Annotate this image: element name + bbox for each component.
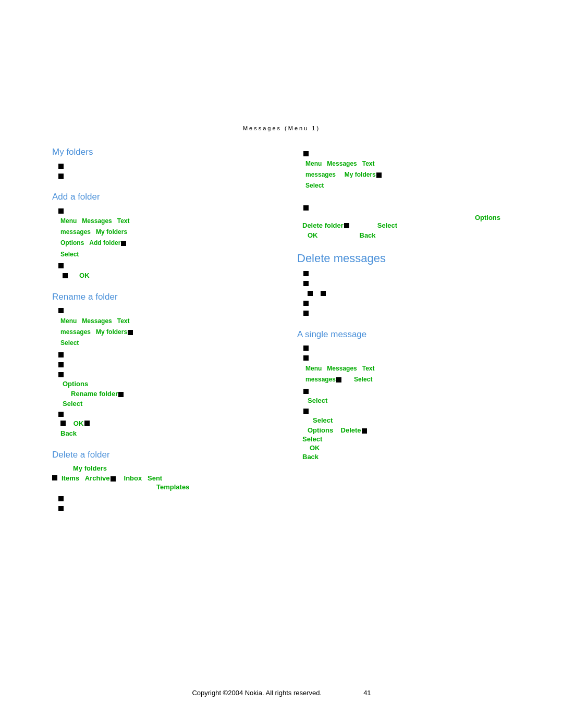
menu-kw: Menu bbox=[60, 217, 77, 225]
my-folders-section: My folders bbox=[52, 147, 266, 179]
add-folder-section: Add a folder Menu Messages Text messages… bbox=[52, 192, 266, 279]
single-message-heading: A single message bbox=[297, 329, 511, 340]
ok-back-right: OK Back bbox=[308, 231, 511, 239]
bullet-end2 bbox=[58, 504, 266, 512]
sm-options-delete: Options Delete bbox=[308, 426, 511, 434]
delete-folder-right-section: Options Delete folder Select OK Back bbox=[297, 204, 511, 239]
options-right: Options bbox=[297, 214, 511, 221]
header-title: Messages (Menu 1) bbox=[0, 125, 563, 131]
addfolder-kw: Add folder bbox=[89, 239, 120, 246]
bullet-3 bbox=[58, 206, 266, 214]
bullet-4 bbox=[58, 262, 266, 269]
mf-right-nav: Menu Messages Text messages My folders S… bbox=[305, 159, 511, 191]
rename-select-line: Select bbox=[63, 400, 266, 408]
bullet-2 bbox=[58, 171, 266, 179]
add-folder-nav: Menu Messages Text messages My folders O… bbox=[60, 216, 266, 260]
text-kw: Text bbox=[117, 217, 130, 225]
bullet-6 bbox=[58, 306, 266, 314]
my-folders-right-section: Menu Messages Text messages My folders S… bbox=[297, 149, 511, 191]
footer: Copyright ©2004 Nokia. All rights reserv… bbox=[0, 689, 563, 697]
myfolders-kw: My folders bbox=[96, 228, 127, 236]
bullet-5 bbox=[63, 273, 68, 278]
rename-nav-line1: Menu Messages Text bbox=[60, 316, 266, 326]
add-folder-heading: Add a folder bbox=[52, 192, 266, 202]
options-block: Options bbox=[63, 380, 266, 388]
bullet-9 bbox=[58, 370, 266, 378]
bullet-dm4 bbox=[303, 309, 511, 317]
bullet-sm2 bbox=[303, 354, 511, 362]
ok-block: OK bbox=[63, 272, 266, 279]
sm-select2-row: Select bbox=[313, 416, 511, 424]
delete-messages-heading: Delete messages bbox=[297, 252, 511, 265]
ok-back-row: OK bbox=[60, 419, 266, 427]
templates-line: Templates bbox=[156, 483, 266, 491]
delete-select-row: Delete folder Select bbox=[302, 221, 511, 229]
bullet-r1 bbox=[303, 149, 511, 157]
bullet-dm1 bbox=[303, 269, 511, 277]
rename-folder-section: Rename a folder Menu Messages Text messa… bbox=[52, 292, 266, 438]
ok-kw: OK bbox=[79, 272, 90, 279]
sm-nav: Menu Messages Text messages Select bbox=[305, 364, 511, 385]
folders-row: My folders bbox=[52, 464, 266, 472]
bullet-7 bbox=[58, 350, 266, 358]
rename-nav-line2: messages My folders bbox=[60, 327, 266, 337]
sm-ok: OK bbox=[310, 444, 511, 452]
items-row: Items Archive Inbox Sent bbox=[52, 474, 266, 482]
left-column: My folders Add a folder Menu Messages Te… bbox=[52, 147, 266, 524]
bullet-dm2 bbox=[303, 279, 511, 287]
rename-folder-heading: Rename a folder bbox=[52, 292, 266, 302]
single-message-section: A single message Menu Messages Text mess… bbox=[297, 329, 511, 461]
delete-folder-heading: Delete a folder bbox=[52, 450, 266, 460]
bullet-dm3 bbox=[303, 299, 511, 307]
page-number: 41 bbox=[363, 689, 371, 697]
rename-folder-line: Rename folder bbox=[71, 390, 266, 398]
add-folder-nav-line3: Options Add folder bbox=[60, 238, 266, 248]
messages2-kw: messages bbox=[60, 228, 91, 236]
rename-nav: Menu Messages Text messages My folders S… bbox=[60, 316, 266, 349]
copyright: Copyright ©2004 Nokia. All rights reserv… bbox=[192, 689, 322, 697]
right-column: Menu Messages Text messages My folders S… bbox=[297, 147, 511, 524]
sm-back: Back bbox=[302, 453, 511, 461]
bullet-11 bbox=[60, 421, 66, 426]
sm-select3: Select bbox=[302, 435, 511, 443]
bullet-10 bbox=[58, 410, 266, 417]
bullet-dm-pair bbox=[308, 289, 511, 297]
sm-select1: Select bbox=[308, 397, 511, 404]
add-folder-nav-line: Menu Messages Text bbox=[60, 216, 266, 226]
bullet-sm4 bbox=[303, 406, 511, 414]
bullet-sm1 bbox=[303, 344, 511, 352]
messages-kw: Messages bbox=[82, 217, 112, 225]
bullet-r2 bbox=[303, 204, 511, 212]
back-line: Back bbox=[60, 429, 266, 437]
add-folder-nav-line2: messages My folders bbox=[60, 227, 266, 237]
bullet-8 bbox=[58, 360, 266, 368]
bullet-end bbox=[58, 494, 266, 502]
bullet-1 bbox=[58, 162, 266, 169]
add-folder-select: Select bbox=[60, 250, 266, 260]
content-area: My folders Add a folder Menu Messages Te… bbox=[0, 147, 563, 524]
my-folders-heading: My folders bbox=[52, 147, 266, 157]
page-container: Messages (Menu 1) My folders Add a folde… bbox=[0, 0, 563, 728]
delete-folder-section: Delete a folder My folders Items Archive… bbox=[52, 450, 266, 512]
bullet-sm3 bbox=[303, 387, 511, 394]
select-kw: Select bbox=[60, 251, 79, 258]
delete-messages-section: Delete messages bbox=[297, 252, 511, 317]
rename-select: Select bbox=[60, 338, 266, 348]
options-kw: Options bbox=[60, 239, 84, 246]
